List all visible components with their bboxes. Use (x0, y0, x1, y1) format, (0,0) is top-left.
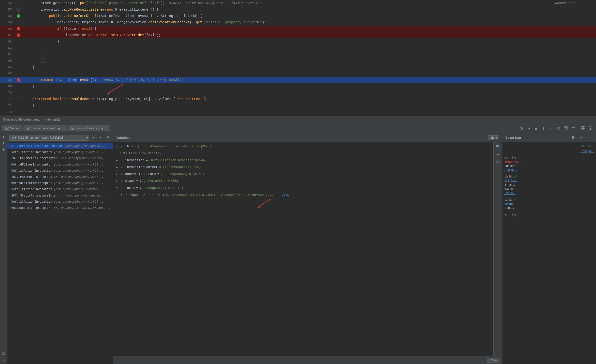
var-fakie[interactable]: ▼ ≡ fakie = {HashMap@3584} size = 1 (113, 185, 493, 192)
line-num-60: 60 (0, 27, 15, 31)
side-btn-filter[interactable] (1, 147, 6, 152)
stack-item-1[interactable]: DefaultActionInvocation (com.opensymphon… (7, 149, 113, 155)
stack-pkg-0: (com.opensymphony.xw... (65, 144, 105, 148)
var-stack[interactable]: ▶ ≡ stack = {OgnlValueStack@3552} (113, 178, 493, 184)
side-btn-copy[interactable] (1, 351, 6, 357)
event-link-1[interactable]: Configur... (504, 168, 518, 172)
thread-up-btn[interactable]: ▲ (90, 135, 96, 141)
breadcrumb-class[interactable]: ConversionErrorInterceptor (3, 118, 42, 121)
var-stack-expand[interactable]: ▶ (115, 180, 119, 183)
code-line-62: 62 } (0, 38, 596, 45)
var-fakie-expand[interactable]: ▼ (115, 186, 119, 190)
event-log-title: Event Log (505, 136, 521, 139)
event-log-settings-icon[interactable] (578, 134, 585, 141)
line-num-56: 56 (0, 1, 15, 5)
force-step-icon[interactable] (533, 125, 540, 132)
var-this-expand[interactable]: ▼ (115, 145, 119, 148)
event-link-2[interactable]: Eval R... (504, 191, 515, 195)
thread-filter-btn[interactable] (105, 135, 111, 141)
debug-icon-lines[interactable] (511, 125, 517, 132)
thread-selector[interactable]: 0-1"@2,705 ...group "main": RUNNING (9, 135, 89, 141)
tab-tomcat-localhost[interactable]: Tomcat Localhost Log ✕ (23, 125, 67, 131)
code-line-58: 58 public void beforeResult(ActionInvoca… (0, 13, 596, 19)
stack-pkg-7: (com.opensymphony.xwork2)... (54, 188, 104, 191)
pin-icon[interactable] (587, 125, 594, 132)
var-age[interactable]: ▶ ≡ "age" -> "" + (#_memberAccess["allow… (113, 192, 493, 198)
event-log-globe-icon[interactable]: ⊕ (569, 134, 576, 141)
step-over-icon[interactable] (518, 125, 525, 132)
log-icon-1 (27, 127, 30, 130)
stack-item-4[interactable]: DefaultActionInvocation (com.opensymphon… (7, 168, 113, 174)
event-log-minimize-icon[interactable]: — (586, 134, 593, 141)
variables-header: Variables Me ▾ (113, 133, 502, 142)
var-search-icon[interactable]: 🔍 (495, 143, 501, 150)
var-age-view-link[interactable]: View (281, 192, 289, 198)
dont-show-link[interactable]: Don't sh... (581, 144, 594, 148)
count-button[interactable]: Count (487, 358, 500, 363)
breadcrumb-method[interactable]: intercept() (46, 118, 60, 121)
run-cursor-icon[interactable] (547, 125, 554, 132)
stack-item-5[interactable]: 207, ParametersInterceptor (com.opensymp… (7, 174, 113, 180)
settings-view-icon[interactable] (570, 125, 577, 132)
stack-item-7[interactable]: DefaultActionInvocation (com.opensymphon… (7, 186, 113, 193)
breadcrumb-bar: ConversionErrorInterceptor › intercept() (0, 116, 596, 123)
stack-item-8[interactable]: 207, StaticParametersInter... (com.opens… (7, 193, 113, 199)
var-conversionerrors[interactable]: ▶ ≡ conversionErrors = {HashMap@3568} si… (113, 171, 493, 178)
me-label: Me (490, 136, 495, 139)
variables-header-right: Me ▾ (488, 135, 499, 140)
stack-item-9[interactable]: DefaultActionInvocation (com.opensymphon… (7, 199, 113, 205)
evaluate-icon[interactable]: f(x) (555, 125, 562, 132)
var-age-expand[interactable]: ▶ (120, 193, 124, 197)
var-fakie-size: size = 1 (168, 185, 183, 191)
event-log-header: Event Log ⊕ — (502, 133, 596, 142)
configure-link[interactable]: Configur... (580, 150, 594, 153)
code-line-65: 65 }); (0, 58, 596, 64)
side-btn-infinite[interactable]: ∞ (1, 358, 6, 363)
tab-tomcat-catalina-close[interactable]: ✕ (104, 127, 107, 130)
variables-panel: Variables Me ▾ ▼ ≡ this = { (113, 133, 502, 364)
var-invocation-value: {DefaultActionInvocation@3546} (149, 158, 207, 163)
var-invocationcontext[interactable]: ▶ ≡ invocationContext = {ActionContext@3… (113, 164, 493, 171)
step-into-icon[interactable] (525, 125, 532, 132)
code-line-70: 70 (0, 90, 596, 96)
tab-tomcat-catalina[interactable]: Tomcat Catalina Log ✕ (68, 125, 110, 131)
code-content-64: } (22, 51, 596, 58)
tab-tomcat-localhost-close[interactable]: ✕ (61, 127, 64, 130)
thread-down-btn[interactable]: ▼ (98, 135, 104, 141)
var-settings-icon[interactable] (495, 151, 501, 158)
event-log-header-icons: ⊕ — (569, 134, 593, 141)
var-invocation-expand[interactable]: ▶ (115, 159, 119, 162)
var-stack-value: {OgnlValueStack@3552} (140, 178, 180, 184)
stack-item-10[interactable]: MultiselectInterceptor (org.apache.strut… (7, 205, 113, 211)
stack-pkg-10: (org.apache.struts2.intercepto... (52, 206, 111, 210)
stack-class-10: MultiselectInterceptor (11, 206, 50, 210)
table-icon[interactable] (562, 125, 569, 132)
code-lines: 56 stack.getContext().put("original.prop… (0, 0, 596, 115)
stack-item-6[interactable]: MethodFilterInterceptor (com.opensymphon… (7, 180, 113, 186)
var-invocationcontext-expand[interactable]: ▶ (115, 166, 119, 169)
var-conversionerrors-expand[interactable]: ▶ (115, 172, 119, 176)
stack-item-2[interactable]: 207, ParametersInterceptor (com.opensymp… (7, 155, 113, 162)
stack-item-3[interactable]: MethodFilterInterceptor (com.opensymphon… (7, 162, 113, 168)
tab-server[interactable]: Server (2, 125, 22, 131)
event-entry-3: 11:22 上午 Intelli... Updat... (504, 198, 594, 210)
side-btn-down[interactable]: ▼ (1, 141, 6, 146)
stack-class-9: DefaultActionInvocation (11, 200, 52, 204)
stack-item-0[interactable]: 3, ConversionErrorInterceptor (com.opens… (7, 143, 113, 149)
var-delete-icon[interactable] (495, 159, 501, 166)
stack-pkg-5: (com.opensymphony.xwor... (59, 175, 103, 179)
var-conversionerrors-size: size = 1 (189, 171, 204, 177)
svg-rect-33 (583, 128, 585, 130)
event-body-1: The dire... (504, 164, 594, 168)
red-arrow-2 (256, 197, 273, 209)
step-out-icon[interactable] (540, 125, 547, 132)
var-conversionerrors-name: conversionErrors (125, 171, 156, 177)
restore-layout-icon[interactable] (580, 125, 587, 132)
var-this[interactable]: ▼ ≡ this = {StrutsConversionErrorInterce… (113, 143, 493, 150)
code-line-57: 57 invocation.addPreResultListener(new P… (0, 6, 596, 13)
var-invocation[interactable]: ▶ ≡ invocation = {DefaultActionInvocatio… (113, 157, 493, 164)
me-dropdown[interactable]: Me ▾ (488, 135, 499, 140)
var-conversionerrors-icon: ≡ (120, 172, 124, 176)
side-btn-up[interactable]: ▲ (1, 134, 6, 140)
svg-line-39 (259, 199, 271, 207)
